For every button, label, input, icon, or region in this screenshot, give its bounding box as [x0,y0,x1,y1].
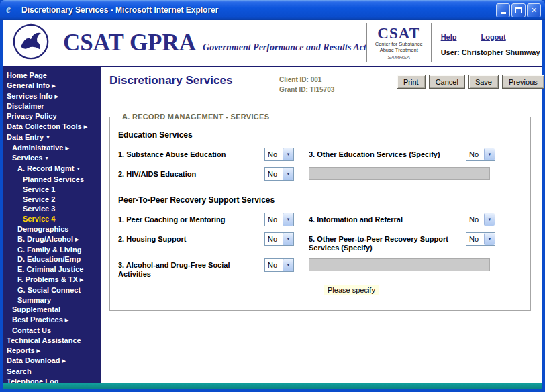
sidebar-item-label: Reports [7,346,35,354]
substance-abuse-education-select[interactable]: No ▼ [264,148,294,161]
statusbar [3,383,542,389]
sidebar-item-c-family-living[interactable]: C. Family & Living [3,245,101,255]
sidebar-item-data-download[interactable]: Data Download▶ [3,356,101,366]
sidebar-item-reports[interactable]: Reports▶ [3,346,101,356]
sidebar-item-d-education-emp[interactable]: D. Education/Emp [3,254,101,264]
sidebar-item-label: Service 4 [23,215,55,223]
samhsa-label: SAMHSA [375,54,423,60]
page-title: Discretionary Services [109,74,279,87]
sidebar-item-b-drug-alcohol[interactable]: B. Drug/Alcohol▶ [3,234,101,245]
question-label: 5. Other Peer-to-Peer Recovery Support S… [309,232,466,252]
peer-coaching-select[interactable]: No ▼ [264,213,294,226]
sidebar-item-label: Data Entry [7,133,44,141]
selected-value: No [265,233,283,245]
sidebar-item-label: General Info [7,81,50,89]
sidebar-item-summary[interactable]: Summary [3,295,101,305]
question-label: 3. Other Education Services (Specify) [309,148,466,161]
sidebar-item-technical-assistance[interactable]: Technical Assistance [3,336,101,346]
maximize-button[interactable] [511,3,526,17]
sidebar-item-label: B. Drug/Alcohol [17,235,73,243]
minimize-button[interactable] [496,3,510,17]
previous-button[interactable]: Previous [502,75,544,89]
social-activities-select[interactable]: No ▼ [264,258,294,272]
sidebar-item-home-page[interactable]: Home Page [3,70,101,81]
sidebar-item-demographics[interactable]: Demographics [3,224,101,234]
csat-acronym: CSAT [375,26,423,41]
logout-link[interactable]: Logout [481,33,505,41]
chevron-right-icon: ▶ [52,83,55,88]
question-label: 3. Alcohol-and Drug-Free Social Activiti… [118,258,264,279]
sidebar-item-label: Telephone Log [7,377,58,383]
print-button[interactable]: Print [397,75,426,89]
client-id-label: Client ID: 001 [279,75,397,85]
sidebar-item-data-collection-tools[interactable]: Data Collection Tools▶ [3,121,101,132]
sidebar-item-label: Service 3 [23,205,55,213]
sidebar-item-service-2[interactable]: Service 2 [3,195,101,205]
sidebar-item-e-criminal-justice[interactable]: E. Criminal Justice [3,264,101,275]
grant-id-label: Grant ID: TI15703 [279,85,397,95]
sidebar-item-services-info[interactable]: Services Info▶ [3,91,101,102]
sidebar-item-service-1[interactable]: Service 1 [3,185,101,195]
other-education-services-select[interactable]: No ▼ [466,148,495,161]
sidebar-item-label: F. Problems & TX [17,275,78,283]
help-link[interactable]: Help [441,33,457,41]
sidebar-item-label: Service 2 [23,195,55,203]
sidebar-item-label: A. Record Mgmt [17,164,74,173]
sidebar-item-label: Services Info [7,92,52,100]
sidebar-item-label: Supplemental [12,305,60,313]
sidebar-item-telephone-log[interactable]: Telephone Log [3,377,101,383]
sidebar-item-label: Data Download [7,356,60,364]
brand-tagline: Government Performance and Results Act [203,42,366,53]
chevron-right-icon: ▶ [65,317,68,322]
logged-in-user: User: Christopher Shumway [441,48,540,56]
hhs-logo [12,23,50,63]
other-peer-specify-input[interactable] [309,258,490,271]
other-education-specify-input[interactable] [309,167,490,180]
main-content: Discretionary Services Client ID: 001 Gr… [101,67,542,383]
sidebar-item-label: D. Education/Emp [17,255,81,263]
hiv-aids-education-select[interactable]: No ▼ [264,167,294,181]
sidebar-item-services[interactable]: Services▼ [3,153,101,164]
question-label: 4. Information and Referral [309,213,466,226]
information-referral-select[interactable]: No ▼ [466,213,495,226]
sidebar-item-f-problems-tx[interactable]: F. Problems & TX▶ [3,275,101,285]
csat-subtitle-2: Abuse Treatment [375,47,423,53]
brand-title: CSAT GPRA [63,30,196,56]
sidebar-nav: Home PageGeneral Info▶Services Info▶Disc… [3,67,101,383]
selected-value: No [265,168,283,180]
save-button[interactable]: Save [468,75,499,89]
sidebar-item-planned-services[interactable]: Planned Services [3,175,101,185]
sidebar-item-a-record-mgmt[interactable]: A. Record Mgmt▼ [3,164,101,175]
question-label: 1. Substance Abuse Education [118,148,264,161]
selected-value: No [466,213,484,226]
education-grid: 1. Substance Abuse Education No ▼ 3. Oth… [118,148,522,181]
sidebar-item-best-practices[interactable]: Best Practices▶ [3,315,101,326]
sidebar-item-general-info[interactable]: General Info▶ [3,81,101,91]
sidebar-item-search[interactable]: Search [3,366,101,377]
header-right: Help Logout User: Christopher Shumway [432,30,545,56]
sidebar-item-disclaimer[interactable]: Disclaimer [3,101,101,111]
other-peer-services-select[interactable]: No ▼ [466,232,495,246]
sidebar-item-administrative[interactable]: Administrative▶ [3,143,101,154]
window-title: Discretionary Services - Microsoft Inter… [21,5,218,15]
sidebar-item-supplemental[interactable]: Supplemental [3,305,101,315]
sidebar-item-g-social-connect[interactable]: G. Social Connect [3,285,101,295]
csat-logo: CSAT Center for Substance Abuse Treatmen… [366,23,432,62]
sidebar-item-data-entry[interactable]: Data Entry▼ [3,132,101,143]
chevron-down-icon: ▼ [484,233,495,245]
sidebar-item-label: Home Page [7,71,47,79]
sidebar-item-service-4[interactable]: Service 4 [3,214,101,224]
sidebar-item-label: Summary [17,296,51,304]
cancel-button[interactable]: Cancel [429,75,465,89]
housing-support-select[interactable]: No ▼ [264,232,294,246]
sidebar-item-contact-us[interactable]: Contact Us [3,326,101,336]
sidebar-item-label: Search [7,367,32,375]
close-button[interactable]: ✕ [527,3,541,17]
window-titlebar[interactable]: e Discretionary Services - Microsoft Int… [0,0,545,20]
internet-explorer-icon: e [6,3,18,17]
sidebar-item-privacy-policy[interactable]: Privacy Policy [3,111,101,121]
sidebar-item-service-3[interactable]: Service 3 [3,204,101,214]
peer-services-heading: Peer-To-Peer Recovery Support Services [118,195,522,205]
question-label: 2. HIV/AIDS Education [118,167,264,181]
main-header: Discretionary Services Client ID: 001 Gr… [101,67,542,95]
